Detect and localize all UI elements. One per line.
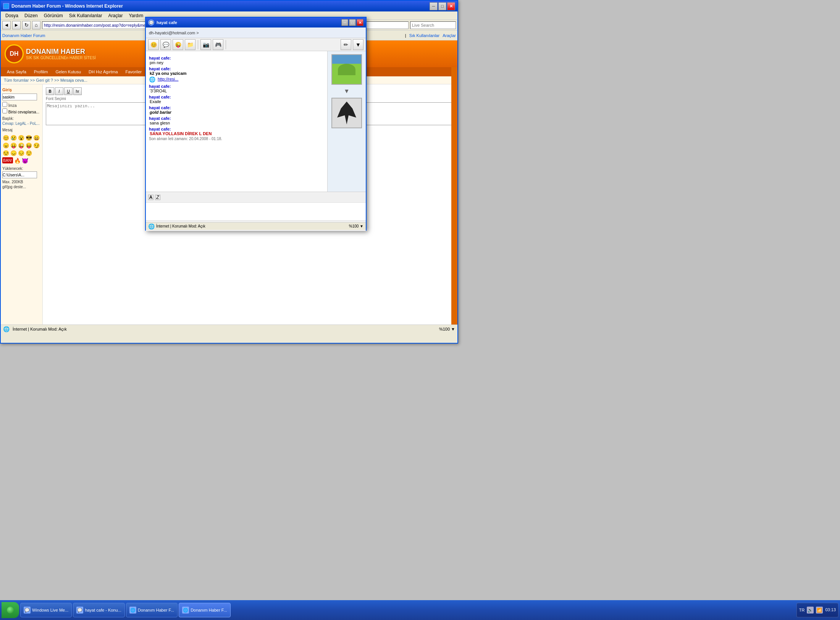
nav-hz[interactable]: DH Hız Agırtma — [86, 69, 120, 75]
login-section: Giriş İmza Birisi cevaplarsa... — [2, 87, 41, 114]
avatar-scroll-down[interactable]: ▼ — [344, 88, 350, 95]
msn-message-input[interactable] — [146, 203, 366, 220]
home-button[interactable]: ⌂ — [32, 21, 40, 29]
smiley-14[interactable]: 😌 — [25, 150, 32, 157]
birisi-checkbox[interactable] — [2, 108, 7, 113]
sidebar-section-label: Giriş — [2, 87, 41, 92]
msn-tool-nudge[interactable]: 💬 — [160, 39, 171, 50]
taskbar-label-3: Donanım Haber F... — [191, 608, 227, 612]
baslik-label: Başlık: — [2, 116, 41, 121]
msn-timestamp: Son alınan İeti zamanı: 20.04.2008 - 01:… — [149, 137, 324, 141]
msn-tool-video[interactable]: 📷 — [200, 39, 211, 50]
msn-tool-send-file[interactable]: 📁 — [185, 39, 195, 50]
bold-button[interactable]: B — [46, 87, 54, 95]
smiley-10[interactable]: 😏 — [33, 142, 40, 149]
msg-link[interactable]: http://resi... — [158, 77, 178, 81]
smiley-extra[interactable]: 🔥 — [14, 157, 21, 164]
nav-profilim[interactable]: Profilim — [32, 69, 50, 75]
taskbar-item-2[interactable]: 🌐 Donanım Haber F... — [126, 603, 178, 617]
taskbar-icon-2: 🌐 — [129, 607, 136, 614]
msn-close-btn[interactable]: ✕ — [357, 19, 363, 26]
msn-zoom-dropdown[interactable]: ▼ — [360, 224, 363, 228]
maximize-button[interactable]: □ — [438, 2, 446, 10]
mesaj-label: Mesaj — [2, 128, 41, 132]
smiley-extra2[interactable]: 😈 — [21, 157, 28, 164]
nav-gelen[interactable]: Gelen Kutusu — [53, 69, 83, 75]
format-label: gif/jpg deste... — [2, 185, 41, 189]
smiley-9[interactable]: 😝 — [25, 142, 32, 149]
nav-anasayfa[interactable]: Ana Sayfa — [5, 69, 29, 75]
msn-font-btn-a[interactable]: A — [148, 195, 153, 200]
birisi-checkbox-area: Birisi cevaplarsa... — [2, 108, 41, 114]
zoom-dropdown[interactable]: ▼ — [451, 327, 455, 331]
close-button[interactable]: ✕ — [447, 2, 455, 10]
italic-button[interactable]: I — [55, 87, 63, 95]
msn-minimize-btn[interactable]: ─ — [341, 19, 348, 26]
smiley-1[interactable]: 😊 — [2, 134, 9, 141]
nav-araclar[interactable]: Araçlar — [443, 33, 456, 38]
msn-sub-header: dh-hayatci@hotmail.com > — [146, 27, 366, 38]
imza-checkbox[interactable] — [2, 102, 7, 107]
smiley-13[interactable]: 😔 — [18, 150, 24, 157]
smiley-2[interactable]: 😢 — [10, 134, 17, 141]
msn-tool-settings[interactable]: ✏ — [341, 39, 351, 50]
nav-sep: | — [405, 33, 406, 38]
search-input[interactable] — [410, 21, 456, 29]
msn-tool-games[interactable]: 🎮 — [213, 39, 223, 50]
msn-restore-btn[interactable]: □ — [349, 19, 356, 26]
smiley-12[interactable]: 😞 — [10, 150, 17, 157]
menu-duzen[interactable]: Düzen — [21, 12, 41, 19]
refresh-button[interactable]: ↻ — [22, 21, 31, 29]
msn-tool-emoticons[interactable]: 😊 — [148, 39, 159, 50]
underline-button[interactable]: U — [64, 87, 73, 95]
msn-input-toolbar: A Z — [146, 192, 366, 203]
msn-font-btn-i[interactable]: Z — [155, 195, 160, 200]
msg-user-2: hayat cafe: — [149, 66, 324, 71]
menu-gorunum[interactable]: Görünüm — [41, 12, 66, 19]
system-tray: TR 🔊 📶 03:13 — [796, 603, 838, 617]
msn-tool-more[interactable]: ▼ — [353, 39, 363, 50]
menu-sik[interactable]: Sık Kullanılanlar — [66, 12, 105, 19]
menu-dosya[interactable]: Dosya — [2, 12, 21, 19]
logo-letters: DH — [10, 50, 18, 57]
smiley-5[interactable]: 😄 — [33, 134, 40, 141]
speaker-icon[interactable]: 🔊 — [807, 607, 814, 614]
bird-image — [332, 98, 361, 128]
back-button[interactable]: ◄ — [2, 21, 11, 29]
smiley-7[interactable]: 😛 — [10, 142, 17, 149]
dosya-input[interactable] — [2, 171, 37, 178]
msn-title-bar: 💬 hayat cafe ─ □ ✕ — [146, 18, 366, 27]
msn-tool-wink[interactable]: 😜 — [173, 39, 183, 50]
smiley-3[interactable]: 😮 — [18, 134, 24, 141]
network-icon[interactable]: 📶 — [816, 607, 823, 614]
taskbar-item-3[interactable]: 🌐 Donanım Haber F... — [179, 603, 230, 617]
ie-zoom: %100 ▼ — [439, 327, 455, 331]
lang-indicator: TR — [799, 608, 805, 612]
taskbar-item-1[interactable]: 💬 hayat cafe - Konu... — [73, 603, 124, 617]
msg-user-6: hayat cafe: — [149, 116, 324, 121]
msn-chat-area: hayat cafe: pm ney hayat cafe: k2 ya onu… — [146, 51, 366, 202]
title-controls: ─ □ ✕ — [430, 2, 455, 10]
toolbar-separator-2 — [226, 40, 226, 49]
browser-title: Donanım Haber Forum - Windows Internet E… — [11, 3, 430, 9]
start-button[interactable] — [2, 602, 19, 618]
minimize-button[interactable]: ─ — [430, 2, 438, 10]
hr-button[interactable]: hr — [73, 87, 82, 95]
nav-favoriler[interactable]: Favoriler — [123, 69, 144, 75]
msn-globe-icon: 🌐 — [148, 223, 155, 229]
smiley-ban[interactable]: BAN! — [2, 157, 13, 163]
msg-text-2: k2 ya onu yazicam — [150, 71, 324, 76]
browser-icon: 🌐 — [3, 3, 9, 9]
msg-text-3: '3'3RO4L — [150, 89, 324, 93]
smiley-6[interactable]: 😠 — [2, 142, 9, 149]
msg-text-6: sana glesn — [150, 121, 324, 125]
forward-button[interactable]: ► — [12, 21, 21, 29]
menu-yardim[interactable]: Yardım — [126, 12, 146, 19]
smiley-8[interactable]: 😜 — [18, 142, 24, 149]
menu-araclar[interactable]: Araçlar — [105, 12, 126, 19]
smiley-4[interactable]: 😎 — [25, 134, 32, 141]
smiley-11[interactable]: 😒 — [2, 150, 9, 157]
nav-sik[interactable]: Sık Kullanılanlar — [409, 33, 440, 38]
taskbar-item-0[interactable]: 💬 Windows Live Me... — [20, 603, 72, 617]
username-input[interactable] — [2, 94, 37, 100]
